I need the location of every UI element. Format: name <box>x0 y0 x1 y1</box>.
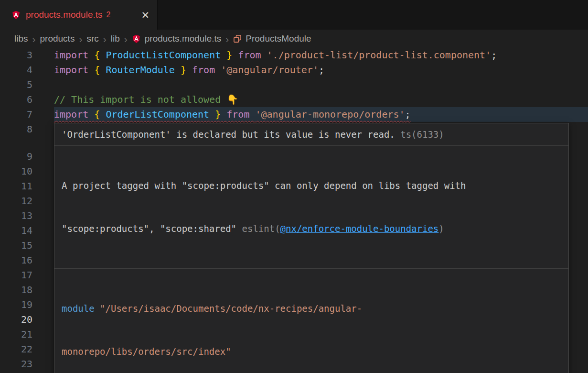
breadcrumb-label: products <box>40 33 75 44</box>
breadcrumb-item-src[interactable]: src <box>86 33 98 44</box>
ts-error-code: ts(6133) <box>395 129 444 140</box>
line-number[interactable]: 7 <box>0 107 32 122</box>
line-number[interactable]: 6 <box>0 92 32 107</box>
eslint-source-prefix: eslint( <box>242 223 280 234</box>
eslint-source-suffix: ) <box>438 223 444 234</box>
line-number[interactable]: 20 <box>0 312 32 327</box>
breadcrumb-label: products.module.ts <box>145 33 222 44</box>
code-line-6[interactable]: 6// This import is not allowed 👇 <box>0 92 588 107</box>
breadcrumb-label: src <box>86 33 98 44</box>
problems-badge: 2 <box>107 11 111 19</box>
breadcrumb-item-products-module-ts[interactable]: products.module.ts <box>132 33 222 44</box>
line-number[interactable]: 8 <box>0 122 32 149</box>
module-path-info: module "/Users/isaac/Documents/code/nx-r… <box>54 269 568 373</box>
line-number[interactable]: 16 <box>0 253 32 268</box>
chevron-right-icon: › <box>103 34 107 44</box>
breadcrumb-item-productsmodule[interactable]: ProductsModule <box>233 33 311 44</box>
line-number[interactable]: 21 <box>0 327 32 342</box>
chevron-right-icon: › <box>225 34 229 44</box>
module-path-text1: "/Users/isaac/Documents/code/nx-recipes/… <box>100 303 362 314</box>
line-number[interactable]: 13 <box>0 208 32 223</box>
tab-products-module-ts[interactable]: products.module.ts 2 ✕ <box>0 0 158 30</box>
line-number[interactable]: 14 <box>0 223 32 238</box>
breadcrumb-item-products[interactable]: products <box>40 33 75 44</box>
ts-diagnostic-message: 'OrderListComponent' is declared but its… <box>54 123 568 146</box>
angular-icon <box>132 34 141 44</box>
line-content[interactable]: import { ProductListComponent } from './… <box>54 48 588 63</box>
line-number[interactable]: 15 <box>0 238 32 253</box>
angular-icon <box>11 11 21 20</box>
line-number[interactable]: 12 <box>0 194 32 208</box>
module-path-line2: monorepo/libs/orders/src/index" <box>62 344 561 359</box>
code-line-3[interactable]: 3import { ProductListComponent } from '.… <box>0 48 588 63</box>
eslint-message-line1: A project tagged with "scope:products" c… <box>62 178 561 193</box>
line-number[interactable]: 19 <box>0 297 32 312</box>
line-content[interactable] <box>54 77 588 92</box>
module-keyword: module <box>62 303 100 314</box>
line-number[interactable]: 11 <box>0 179 32 194</box>
eslint-message-line2: "scope:products", "scope:shared" eslint(… <box>62 221 561 236</box>
module-path-line1: module "/Users/isaac/Documents/code/nx-r… <box>62 301 561 316</box>
class-icon <box>233 34 242 43</box>
breadcrumb-item-lib[interactable]: lib <box>111 33 120 44</box>
diagnostics-hover-popup: 'OrderListComponent' is declared but its… <box>54 123 569 373</box>
eslint-diagnostic-message: A project tagged with "scope:products" c… <box>54 146 568 269</box>
vscode-window: products.module.ts 2 ✕ libs›products›src… <box>0 0 588 372</box>
tab-filename: products.module.ts <box>26 10 103 20</box>
line-number[interactable]: 23 <box>0 357 32 372</box>
line-number[interactable]: 22 <box>0 342 32 357</box>
breadcrumb-item-libs[interactable]: libs <box>14 33 28 44</box>
error-line-content[interactable]: import { OrderListComponent } from '@ang… <box>54 107 588 122</box>
ts-message-text: 'OrderListComponent' is declared but its… <box>62 129 395 140</box>
code-line-5[interactable]: 5 <box>0 77 588 92</box>
line-content[interactable]: import { RouterModule } from '@angular/r… <box>54 63 588 77</box>
chevron-right-icon: › <box>79 34 82 44</box>
editor-tab-bar: products.module.ts 2 ✕ <box>0 0 588 30</box>
code-line-7[interactable]: 7import { OrderListComponent } from '@an… <box>0 107 588 122</box>
chevron-right-icon: › <box>124 34 128 44</box>
line-number[interactable]: 17 <box>0 268 32 283</box>
breadcrumb: libs›products›src›lib›products.module.ts… <box>0 30 588 48</box>
line-number[interactable]: 5 <box>0 77 32 92</box>
eslint-message-line2-text: "scope:products", "scope:shared" <box>62 223 242 234</box>
line-number[interactable]: 18 <box>0 283 32 297</box>
line-number[interactable]: 3 <box>0 48 32 63</box>
breadcrumb-label: lib <box>111 33 120 44</box>
line-content[interactable]: // This import is not allowed 👇 <box>54 92 588 107</box>
line-number[interactable]: 9 <box>0 149 32 164</box>
module-path-text2: monorepo/libs/orders/src/index" <box>62 346 231 357</box>
code-line-4[interactable]: 4import { RouterModule } from '@angular/… <box>0 63 588 77</box>
breadcrumb-label: libs <box>14 33 28 44</box>
line-number[interactable]: 4 <box>0 63 32 77</box>
chevron-right-icon: › <box>32 34 36 44</box>
line-number[interactable]: 10 <box>0 164 32 179</box>
eslint-rule-link[interactable]: @nx/enforce-module-boundaries <box>280 223 439 234</box>
close-icon[interactable]: ✕ <box>141 10 150 20</box>
breadcrumb-label: ProductsModule <box>246 33 311 44</box>
